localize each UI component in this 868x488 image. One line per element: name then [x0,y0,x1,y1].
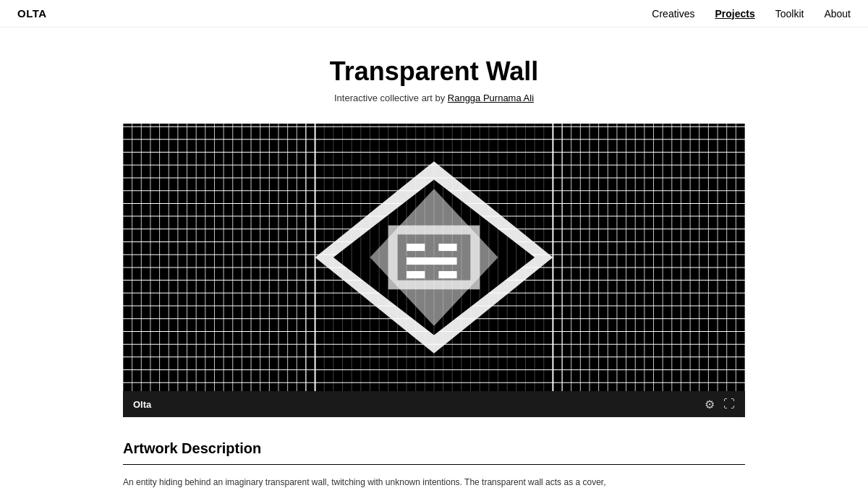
page-subtitle: Interactive collective art by Rangga Pur… [123,93,745,103]
artwork-visual[interactable] [123,124,745,391]
description-text: An entity hiding behind an imaginary tra… [123,475,615,488]
page-title: Transparent Wall [123,56,745,87]
author-link[interactable]: Rangga Purnama Ali [448,93,534,103]
site-header: OLTA Creatives Projects Toolkit About [0,0,868,27]
main-nav: Creatives Projects Toolkit About [652,8,851,20]
artwork-bottom-bar: Olta ⚙ ⛶ [123,391,745,417]
nav-creatives[interactable]: Creatives [652,8,694,20]
nav-toolkit[interactable]: Toolkit [775,8,804,20]
description-title: Artwork Description [123,440,745,457]
fullscreen-button[interactable]: ⛶ [723,398,735,411]
artwork-controls: ⚙ ⛶ [705,398,735,411]
description-divider [123,464,745,465]
main-content: Transparent Wall Interactive collective … [109,27,760,488]
site-logo[interactable]: OLTA [17,7,47,20]
artwork-logo-label: Olta [133,399,151,410]
description-section: Artwork Description An entity hiding beh… [123,440,745,488]
artwork-svg [123,124,745,391]
nav-projects[interactable]: Projects [715,8,754,20]
title-section: Transparent Wall Interactive collective … [123,56,745,103]
artwork-container: Olta ⚙ ⛶ [123,124,745,417]
nav-about[interactable]: About [824,8,851,20]
settings-button[interactable]: ⚙ [705,398,715,411]
